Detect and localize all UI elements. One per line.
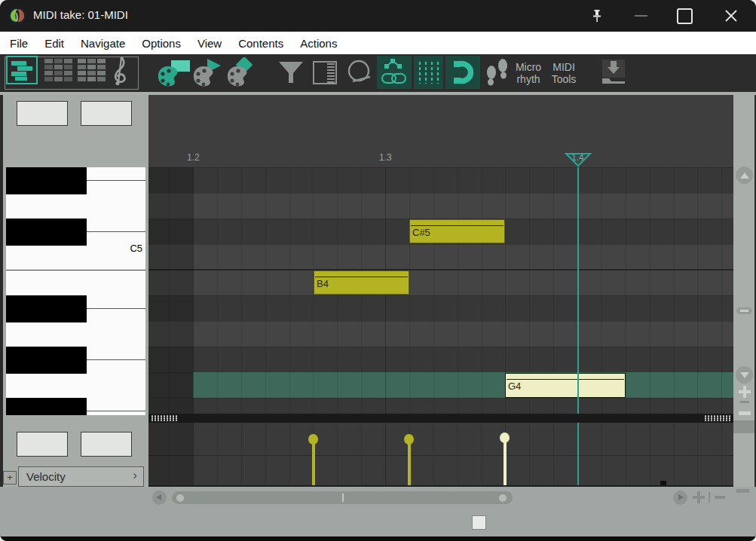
velocity-stem[interactable] [312,439,315,485]
event-properties-button[interactable] [312,60,339,86]
palette-triangle-icon [191,57,225,89]
snap-toggle[interactable] [445,56,480,89]
minimize-button[interactable] [623,0,658,32]
vertical-zoom-out-button[interactable] [739,411,751,415]
notation-view-button[interactable] [107,56,134,84]
horizontal-zoom-in-button[interactable] [693,491,705,503]
midi-note[interactable]: C#5 [409,219,505,243]
step-input-button[interactable] [484,57,511,89]
window-bottom-edge [0,536,756,541]
cc-lane-selector[interactable]: Velocity › [18,466,144,487]
velocity-stem-selected[interactable] [503,438,507,485]
velocity-knob[interactable] [308,434,318,445]
grid-visibility-toggle[interactable] [414,56,443,89]
window-title: MIDI take: 01-MIDI [33,8,128,21]
grid-beat-line [193,167,194,414]
octave-divider-line [148,269,733,270]
named-notes-view-button[interactable] [42,56,74,84]
horizontal-scrollbar-thumb[interactable] [172,491,513,504]
scroll-down-button[interactable] [736,366,753,384]
midi-tools-button[interactable]: MIDI Tools [547,61,580,87]
timeline-ruler[interactable]: 1.2 1.3 1.4 [148,95,733,167]
note-grid[interactable]: C#5 B4 G4 [148,167,733,414]
grid-row-asharp4 [148,295,733,321]
piano-keyboard[interactable]: C5 [6,167,145,415]
display-box [17,101,68,126]
cc-link-toggle[interactable] [377,56,412,89]
scroll-left-button[interactable] [152,491,167,505]
menu-item-actions[interactable]: Actions [292,37,345,50]
note-label: C#5 [412,227,430,238]
palette-rectangle-icon [155,57,190,89]
grid-line [241,423,242,485]
midi-note[interactable]: B4 [314,270,409,295]
piano-roll-view-button[interactable] [6,56,38,84]
reaper-logo-icon [8,6,27,26]
note-shape-rectangle-button[interactable] [155,57,190,89]
piano-roll-icon [8,57,36,83]
display-box [17,432,68,457]
zoom-divider-tick [709,492,710,503]
menu-item-options[interactable]: Options [133,37,189,50]
item-extent-bar [148,414,733,423]
piano-key-csharp5[interactable] [6,219,87,246]
grid-line [529,423,530,485]
add-cc-lane-button[interactable]: + [3,471,17,484]
scroll-up-button[interactable] [736,167,753,184]
down-arrow-icon [740,372,749,378]
event-list-view-button[interactable] [75,56,107,84]
velocity-knob-selected[interactable] [500,432,510,443]
grid-line [361,423,362,485]
quantize-button[interactable] [345,59,372,87]
piano-key-fsharp4[interactable] [6,398,87,415]
dock-button[interactable] [600,59,627,86]
grid-line [458,423,458,485]
grip-dash-icon [740,310,748,312]
item-stretch-handle-left[interactable] [151,415,179,421]
horizontal-zoom-out-button[interactable] [715,496,725,499]
velocity-knob[interactable] [404,434,414,445]
close-button[interactable] [714,0,748,32]
grid-line [626,423,626,485]
scroll-right-button[interactable] [673,491,687,505]
velocity-stem[interactable] [408,439,411,485]
key-divider [87,411,145,411]
menu-bar: File Edit Navigate Options View Contents… [0,32,756,54]
event-list-panel-icon [312,60,339,86]
key-divider [87,359,145,360]
piano-key-asharp4[interactable] [6,295,87,322]
piano-key-gsharp4[interactable] [6,347,87,374]
grid-line [674,423,675,485]
lane-collapse-button[interactable] [736,489,749,493]
menu-item-view[interactable]: View [189,37,230,50]
key-snap-checkbox[interactable] [472,515,486,530]
menu-item-navigate[interactable]: Navigate [72,37,133,50]
midi-note-selected[interactable]: G4 [505,373,626,398]
menu-item-contents[interactable]: Contents [230,37,292,50]
item-stretch-handle-right[interactable] [704,415,732,421]
grid-line [217,167,218,414]
note-top-line [315,277,408,277]
menu-item-file[interactable]: File [2,37,36,50]
grid-line [458,167,458,414]
velocity-lane[interactable] [148,423,733,487]
note-shape-triangle-button[interactable] [191,57,225,89]
note-shape-diamond-button[interactable] [225,57,259,89]
thumb-center-tick [342,494,344,502]
grid-row-dsharp5 [148,167,733,193]
edit-cursor-marker[interactable] [565,152,592,167]
playhead-line [577,423,579,485]
piano-key-dsharp5[interactable] [6,167,87,194]
pin-button[interactable] [580,0,614,32]
vertical-zoom-in-button[interactable] [739,386,751,398]
micro-rhythm-button[interactable]: Micro rhyth [511,61,546,87]
maximize-button[interactable] [667,0,702,32]
grid-line [553,423,554,485]
chain-link-icon [377,56,412,89]
menu-item-edit[interactable]: Edit [36,37,72,50]
filter-events-button[interactable] [277,59,305,86]
vertical-scroll-column [733,95,756,487]
grid-line [482,167,482,414]
vertical-scroll-grip[interactable] [736,307,752,314]
plus-icon-bar [739,390,751,393]
